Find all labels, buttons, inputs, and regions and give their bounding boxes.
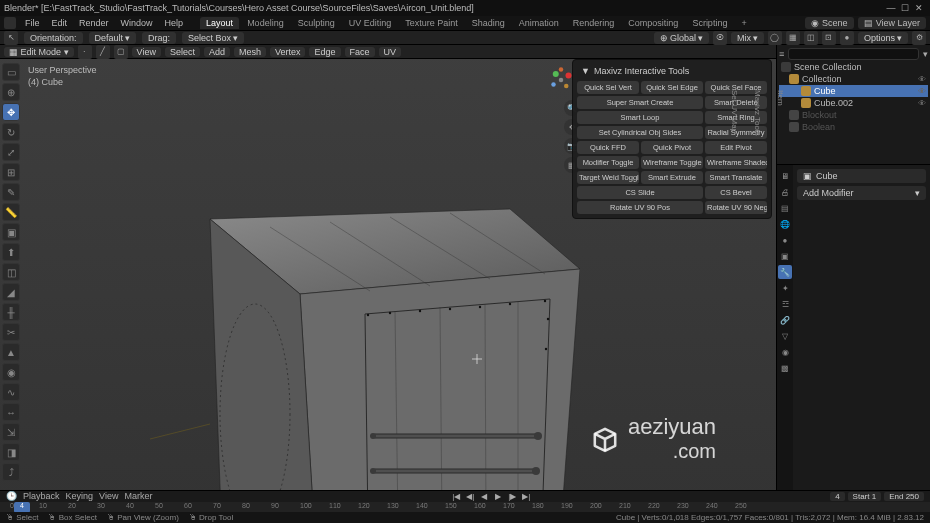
- maxivz-panel-header[interactable]: ▼ Maxivz Interactive Tools: [577, 64, 767, 78]
- visibility-icon[interactable]: 👁: [918, 75, 926, 84]
- end-frame-input[interactable]: End 250: [884, 492, 924, 501]
- proptab-constraint-icon[interactable]: 🔗: [778, 313, 792, 327]
- scene-selector[interactable]: ◉Scene: [805, 17, 854, 29]
- outliner-type-icon[interactable]: ≡: [779, 49, 784, 59]
- view-menu[interactable]: View: [132, 47, 161, 57]
- global-orientation[interactable]: ⊕ Global ▾: [654, 32, 709, 44]
- outliner-coll-blockout[interactable]: Blockout: [779, 109, 928, 121]
- uv-menu[interactable]: UV: [379, 47, 402, 57]
- current-frame-input[interactable]: 4: [830, 492, 844, 501]
- timeline-icon[interactable]: 🕒: [6, 491, 17, 501]
- proptab-texture-icon[interactable]: ▩: [778, 361, 792, 375]
- add-modifier-dropdown[interactable]: Add Modifier▾: [797, 186, 926, 200]
- workspace-tab-uvediting[interactable]: UV Editing: [343, 17, 398, 29]
- workspace-tab-modeling[interactable]: Modeling: [241, 17, 290, 29]
- outliner-item-cube002[interactable]: Cube.002👁: [779, 97, 928, 109]
- btn-smart-loop[interactable]: Smart Loop: [577, 111, 703, 124]
- btn-wireframe-toggle[interactable]: Wireframe Toggle: [641, 156, 703, 169]
- btn-cs-slide[interactable]: CS Slide: [577, 186, 703, 199]
- proptab-world-icon[interactable]: ●: [778, 233, 792, 247]
- viewlayer-selector[interactable]: ▤View Layer: [858, 17, 926, 29]
- btn-smart-translate[interactable]: Smart Translate: [705, 171, 767, 184]
- viewport-3d[interactable]: ▦ Edit Mode ▾ ⋅ ╱ ▢ View Select Add Mesh…: [0, 45, 776, 503]
- outliner-collection-row[interactable]: Collection👁: [779, 73, 928, 85]
- xray-toggle-icon[interactable]: ◫: [804, 31, 818, 45]
- menu-help[interactable]: Help: [162, 17, 187, 29]
- btn-target-weld[interactable]: Target Weld Toggle: [577, 171, 639, 184]
- mesh-menu[interactable]: Mesh: [234, 47, 266, 57]
- proptab-render-icon[interactable]: 🖥: [778, 169, 792, 183]
- minimize-icon[interactable]: —: [884, 1, 898, 15]
- menu-render[interactable]: Render: [76, 17, 112, 29]
- timeline-playhead[interactable]: 4: [14, 502, 30, 513]
- maximize-icon[interactable]: ☐: [898, 1, 912, 15]
- options-dropdown[interactable]: Options ▾: [858, 32, 908, 44]
- btn-smart-extrude[interactable]: Smart Extrude: [641, 171, 703, 184]
- proportional-edit-icon[interactable]: ◯: [768, 31, 782, 45]
- face-mode-icon[interactable]: ▢: [114, 45, 128, 59]
- select-menu[interactable]: Select: [165, 47, 200, 57]
- outliner-search-input[interactable]: [788, 48, 919, 60]
- snap-icon[interactable]: ⦿: [713, 31, 727, 45]
- vertex-menu[interactable]: Vertex: [270, 47, 306, 57]
- btn-quick-sel-vert[interactable]: Quick Sel Vert: [577, 81, 639, 94]
- timeline-menu-marker[interactable]: Marker: [124, 491, 152, 501]
- btn-rotate-uv-neg[interactable]: Rotate UV 90 Neg: [705, 201, 767, 214]
- workspace-tab-compositing[interactable]: Compositing: [622, 17, 684, 29]
- next-key-icon[interactable]: |▶: [506, 491, 518, 501]
- outliner-scene-row[interactable]: Scene Collection: [779, 61, 928, 73]
- workspace-tab-layout[interactable]: Layout: [200, 17, 239, 29]
- proptab-object-icon[interactable]: ▣: [778, 249, 792, 263]
- proptab-mesh-icon[interactable]: ▽: [778, 329, 792, 343]
- npanel-tab-uvmap[interactable]: Set UV Map: [730, 90, 739, 136]
- visibility-icon[interactable]: 👁: [918, 87, 926, 96]
- proptab-modifier-icon[interactable]: 🔧: [778, 265, 792, 279]
- add-menu[interactable]: Add: [204, 47, 230, 57]
- shading-wire-icon[interactable]: ⊡: [822, 31, 836, 45]
- cursor-tool-icon[interactable]: ↖: [4, 31, 18, 45]
- timeline-menu-view[interactable]: View: [99, 491, 118, 501]
- workspace-tab-scripting[interactable]: Scripting: [686, 17, 733, 29]
- timeline-menu-playback[interactable]: Playback: [23, 491, 60, 501]
- menu-file[interactable]: File: [22, 17, 43, 29]
- btn-set-cylindrical[interactable]: Set Cylindrical Obj Sides: [577, 126, 703, 139]
- outliner-item-cube[interactable]: Cube👁: [779, 85, 928, 97]
- jump-end-icon[interactable]: ▶|: [520, 491, 532, 501]
- start-frame-input[interactable]: Start 1: [848, 492, 882, 501]
- visibility-icon[interactable]: 👁: [918, 99, 926, 108]
- outliner-coll-boolean[interactable]: Boolean: [779, 121, 928, 133]
- close-icon[interactable]: ✕: [912, 1, 926, 15]
- btn-wireframe-shaded[interactable]: Wireframe Shaded Tog..: [705, 156, 767, 169]
- shading-solid-icon[interactable]: ●: [840, 31, 854, 45]
- proptab-scene-icon[interactable]: 🌐: [778, 217, 792, 231]
- face-menu[interactable]: Face: [345, 47, 375, 57]
- btn-quick-pivot[interactable]: Quick Pivot: [641, 141, 703, 154]
- jump-start-icon[interactable]: |◀: [450, 491, 462, 501]
- play-rev-icon[interactable]: ◀: [478, 491, 490, 501]
- edge-menu[interactable]: Edge: [309, 47, 340, 57]
- timeline-menu-keying[interactable]: Keying: [66, 491, 94, 501]
- btn-rotate-uv-pos[interactable]: Rotate UV 90 Pos: [577, 201, 703, 214]
- menu-window[interactable]: Window: [118, 17, 156, 29]
- npanel-tab-item[interactable]: Item: [776, 90, 785, 136]
- drag-dropdown[interactable]: Select Box ▾: [182, 32, 244, 44]
- orientation-dropdown[interactable]: Default ▾: [89, 32, 137, 44]
- workspace-tab-texturepaint[interactable]: Texture Paint: [399, 17, 464, 29]
- overlay-toggle-icon[interactable]: ▦: [786, 31, 800, 45]
- mix-dropdown[interactable]: Mix ▾: [731, 32, 764, 44]
- proptab-viewlayer-icon[interactable]: ▤: [778, 201, 792, 215]
- menu-edit[interactable]: Edit: [49, 17, 71, 29]
- timeline-ruler[interactable]: 4 01020304050607080901001101201301401501…: [0, 502, 930, 513]
- btn-edit-pivot[interactable]: Edit Pivot: [705, 141, 767, 154]
- btn-cs-bevel[interactable]: CS Bevel: [705, 186, 767, 199]
- proptab-particle-icon[interactable]: ✦: [778, 281, 792, 295]
- btn-modifier-toggle[interactable]: Modifier Toggle: [577, 156, 639, 169]
- workspace-tab-animation[interactable]: Animation: [513, 17, 565, 29]
- mode-dropdown[interactable]: ▦ Edit Mode ▾: [4, 47, 74, 57]
- btn-quick-ffd[interactable]: Quick FFD: [577, 141, 639, 154]
- proptab-physics-icon[interactable]: ☲: [778, 297, 792, 311]
- workspace-tab-rendering[interactable]: Rendering: [567, 17, 621, 29]
- npanel-tab-maxivz[interactable]: Maxivz Tools: [753, 90, 762, 136]
- vertex-mode-icon[interactable]: ⋅: [78, 45, 92, 59]
- prev-key-icon[interactable]: ◀|: [464, 491, 476, 501]
